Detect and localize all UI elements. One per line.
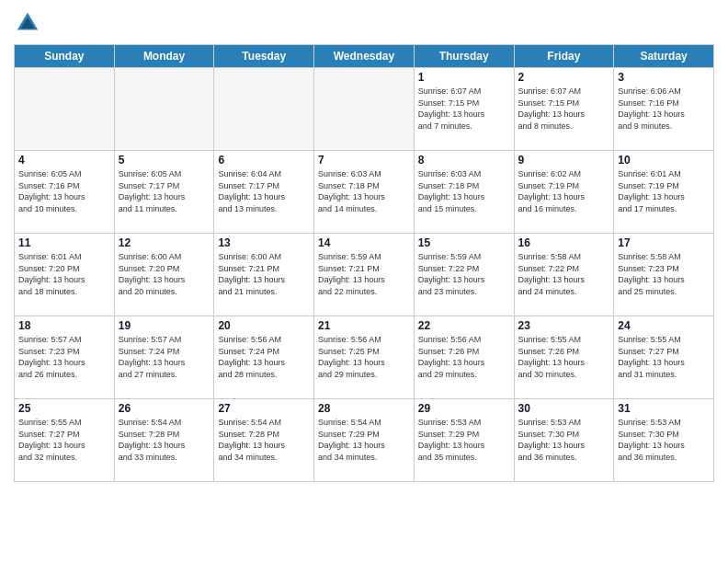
col-monday: Monday xyxy=(114,45,214,68)
day-number: 16 xyxy=(518,236,610,249)
day-info: Sunrise: 6:04 AM Sunset: 7:17 PM Dayligh… xyxy=(218,168,310,214)
day-info: Sunrise: 6:06 AM Sunset: 7:16 PM Dayligh… xyxy=(618,86,710,132)
logo-icon xyxy=(14,9,41,37)
day-number: 31 xyxy=(618,402,710,415)
table-row: 29Sunrise: 5:53 AM Sunset: 7:29 PM Dayli… xyxy=(414,399,514,482)
day-number: 12 xyxy=(119,236,210,249)
day-info: Sunrise: 6:07 AM Sunset: 7:15 PM Dayligh… xyxy=(418,86,510,132)
table-row: 23Sunrise: 5:55 AM Sunset: 7:26 PM Dayli… xyxy=(514,316,614,399)
table-row: 10Sunrise: 6:01 AM Sunset: 7:19 PM Dayli… xyxy=(614,151,714,234)
day-number: 30 xyxy=(518,402,610,415)
day-info: Sunrise: 6:07 AM Sunset: 7:15 PM Dayligh… xyxy=(518,86,610,132)
day-info: Sunrise: 5:54 AM Sunset: 7:28 PM Dayligh… xyxy=(218,417,310,463)
calendar: Sunday Monday Tuesday Wednesday Thursday… xyxy=(14,44,714,482)
day-number: 3 xyxy=(618,71,710,84)
calendar-week-row: 1Sunrise: 6:07 AM Sunset: 7:15 PM Daylig… xyxy=(15,68,714,151)
day-number: 6 xyxy=(218,154,310,167)
table-row: 13Sunrise: 6:00 AM Sunset: 7:21 PM Dayli… xyxy=(214,234,314,316)
day-info: Sunrise: 5:56 AM Sunset: 7:24 PM Dayligh… xyxy=(218,334,310,380)
table-row: 2Sunrise: 6:07 AM Sunset: 7:15 PM Daylig… xyxy=(514,68,614,151)
day-number: 2 xyxy=(518,71,610,84)
table-row: 18Sunrise: 5:57 AM Sunset: 7:23 PM Dayli… xyxy=(15,316,115,399)
day-info: Sunrise: 6:02 AM Sunset: 7:19 PM Dayligh… xyxy=(518,168,610,214)
col-sunday: Sunday xyxy=(15,45,115,68)
day-info: Sunrise: 6:01 AM Sunset: 7:20 PM Dayligh… xyxy=(18,251,110,297)
col-wednesday: Wednesday xyxy=(314,45,415,68)
table-row: 22Sunrise: 5:56 AM Sunset: 7:26 PM Dayli… xyxy=(414,316,514,399)
table-row: 26Sunrise: 5:54 AM Sunset: 7:28 PM Dayli… xyxy=(114,399,214,482)
table-row: 4Sunrise: 6:05 AM Sunset: 7:16 PM Daylig… xyxy=(15,151,115,234)
day-number: 9 xyxy=(518,154,610,167)
table-row xyxy=(214,68,314,151)
calendar-week-row: 4Sunrise: 6:05 AM Sunset: 7:16 PM Daylig… xyxy=(15,151,714,234)
day-number: 4 xyxy=(18,154,110,167)
day-number: 17 xyxy=(618,236,710,249)
day-info: Sunrise: 5:58 AM Sunset: 7:22 PM Dayligh… xyxy=(518,251,610,297)
day-info: Sunrise: 6:05 AM Sunset: 7:16 PM Dayligh… xyxy=(18,168,110,214)
table-row: 15Sunrise: 5:59 AM Sunset: 7:22 PM Dayli… xyxy=(414,234,514,316)
day-number: 27 xyxy=(218,402,310,415)
table-row: 31Sunrise: 5:53 AM Sunset: 7:30 PM Dayli… xyxy=(614,399,714,482)
calendar-week-row: 18Sunrise: 5:57 AM Sunset: 7:23 PM Dayli… xyxy=(15,316,714,399)
table-row: 27Sunrise: 5:54 AM Sunset: 7:28 PM Dayli… xyxy=(214,399,314,482)
table-row: 5Sunrise: 6:05 AM Sunset: 7:17 PM Daylig… xyxy=(114,151,214,234)
col-tuesday: Tuesday xyxy=(214,45,314,68)
table-row: 25Sunrise: 5:55 AM Sunset: 7:27 PM Dayli… xyxy=(15,399,115,482)
day-number: 19 xyxy=(119,319,210,332)
day-number: 26 xyxy=(119,402,210,415)
day-info: Sunrise: 5:56 AM Sunset: 7:26 PM Dayligh… xyxy=(418,334,510,380)
calendar-week-row: 11Sunrise: 6:01 AM Sunset: 7:20 PM Dayli… xyxy=(15,234,714,316)
table-row: 1Sunrise: 6:07 AM Sunset: 7:15 PM Daylig… xyxy=(414,68,514,151)
day-number: 24 xyxy=(618,319,710,332)
page: Sunday Monday Tuesday Wednesday Thursday… xyxy=(0,0,728,563)
table-row: 24Sunrise: 5:55 AM Sunset: 7:27 PM Dayli… xyxy=(614,316,714,399)
day-info: Sunrise: 5:59 AM Sunset: 7:22 PM Dayligh… xyxy=(418,251,510,297)
table-row: 11Sunrise: 6:01 AM Sunset: 7:20 PM Dayli… xyxy=(15,234,115,316)
day-info: Sunrise: 5:56 AM Sunset: 7:25 PM Dayligh… xyxy=(318,334,410,380)
day-info: Sunrise: 5:53 AM Sunset: 7:30 PM Dayligh… xyxy=(518,417,610,463)
day-info: Sunrise: 6:03 AM Sunset: 7:18 PM Dayligh… xyxy=(318,168,410,214)
table-row xyxy=(114,68,214,151)
table-row xyxy=(15,68,115,151)
day-number: 7 xyxy=(318,154,410,167)
day-info: Sunrise: 5:55 AM Sunset: 7:27 PM Dayligh… xyxy=(618,334,710,380)
table-row: 16Sunrise: 5:58 AM Sunset: 7:22 PM Dayli… xyxy=(514,234,614,316)
day-info: Sunrise: 6:05 AM Sunset: 7:17 PM Dayligh… xyxy=(119,168,210,214)
day-info: Sunrise: 5:53 AM Sunset: 7:29 PM Dayligh… xyxy=(418,417,510,463)
day-number: 21 xyxy=(318,319,410,332)
col-saturday: Saturday xyxy=(614,45,714,68)
day-number: 25 xyxy=(18,402,110,415)
day-number: 15 xyxy=(418,236,510,249)
calendar-week-row: 25Sunrise: 5:55 AM Sunset: 7:27 PM Dayli… xyxy=(15,399,714,482)
day-number: 10 xyxy=(618,154,710,167)
day-info: Sunrise: 5:57 AM Sunset: 7:24 PM Dayligh… xyxy=(119,334,210,380)
table-row: 12Sunrise: 6:00 AM Sunset: 7:20 PM Dayli… xyxy=(114,234,214,316)
table-row: 20Sunrise: 5:56 AM Sunset: 7:24 PM Dayli… xyxy=(214,316,314,399)
day-number: 8 xyxy=(418,154,510,167)
table-row: 21Sunrise: 5:56 AM Sunset: 7:25 PM Dayli… xyxy=(314,316,415,399)
header xyxy=(14,9,714,37)
logo xyxy=(14,9,45,37)
table-row: 3Sunrise: 6:06 AM Sunset: 7:16 PM Daylig… xyxy=(614,68,714,151)
day-info: Sunrise: 5:53 AM Sunset: 7:30 PM Dayligh… xyxy=(618,417,710,463)
day-number: 23 xyxy=(518,319,610,332)
day-info: Sunrise: 5:58 AM Sunset: 7:23 PM Dayligh… xyxy=(618,251,710,297)
day-info: Sunrise: 6:01 AM Sunset: 7:19 PM Dayligh… xyxy=(618,168,710,214)
day-number: 5 xyxy=(119,154,210,167)
table-row: 6Sunrise: 6:04 AM Sunset: 7:17 PM Daylig… xyxy=(214,151,314,234)
day-info: Sunrise: 5:54 AM Sunset: 7:28 PM Dayligh… xyxy=(119,417,210,463)
day-info: Sunrise: 6:03 AM Sunset: 7:18 PM Dayligh… xyxy=(418,168,510,214)
day-number: 11 xyxy=(18,236,110,249)
day-info: Sunrise: 5:57 AM Sunset: 7:23 PM Dayligh… xyxy=(18,334,110,380)
table-row: 30Sunrise: 5:53 AM Sunset: 7:30 PM Dayli… xyxy=(514,399,614,482)
table-row: 17Sunrise: 5:58 AM Sunset: 7:23 PM Dayli… xyxy=(614,234,714,316)
day-info: Sunrise: 5:59 AM Sunset: 7:21 PM Dayligh… xyxy=(318,251,410,297)
col-friday: Friday xyxy=(514,45,614,68)
table-row: 28Sunrise: 5:54 AM Sunset: 7:29 PM Dayli… xyxy=(314,399,415,482)
day-number: 14 xyxy=(318,236,410,249)
day-info: Sunrise: 6:00 AM Sunset: 7:20 PM Dayligh… xyxy=(119,251,210,297)
day-number: 13 xyxy=(218,236,310,249)
table-row: 9Sunrise: 6:02 AM Sunset: 7:19 PM Daylig… xyxy=(514,151,614,234)
day-info: Sunrise: 6:00 AM Sunset: 7:21 PM Dayligh… xyxy=(218,251,310,297)
day-info: Sunrise: 5:55 AM Sunset: 7:26 PM Dayligh… xyxy=(518,334,610,380)
